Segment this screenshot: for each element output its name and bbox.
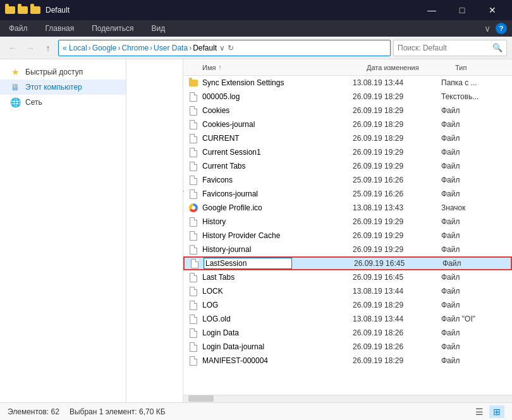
sidebar-item-quick-access[interactable]: ★ Быстрый доступ [0, 64, 126, 80]
view-list-button[interactable]: ⊞ [489, 405, 504, 418]
horizontal-scrollbar[interactable] [183, 395, 512, 402]
menu-share[interactable]: Поделиться [88, 22, 137, 35]
file-date: 26.09.19 18:26 [353, 342, 441, 351]
file-name: History [202, 217, 353, 226]
sidebar-item-this-pc[interactable]: 🖥 Этот компьютер [0, 80, 126, 95]
sidebar-item-network[interactable]: 🌐 Сеть [0, 95, 126, 110]
selected-info: Выбран 1 элемент: 6,70 КБ [70, 407, 166, 416]
search-icon[interactable]: 🔍 [492, 43, 503, 52]
table-row-renaming[interactable]: 26.09.19 16:45 Файл [183, 256, 512, 270]
table-row[interactable]: Favicons-journal 25.09.19 16:26 Файл [183, 187, 512, 201]
up-button[interactable]: ↑ [40, 40, 56, 56]
file-type: Файл [441, 231, 507, 240]
file-type: Файл [441, 134, 507, 143]
table-row[interactable]: Current Tabs 26.09.19 19:29 Файл [183, 159, 512, 173]
col-date-header[interactable]: Дата изменения [367, 64, 455, 71]
file-icon [188, 272, 198, 282]
file-type: Файл [441, 176, 507, 184]
file-name: Last Tabs [202, 273, 353, 282]
file-name: Current Session1 [202, 148, 353, 157]
file-date: 13.08.19 13:44 [353, 287, 441, 296]
file-icon [188, 161, 198, 171]
file-name [204, 258, 354, 269]
file-icon [188, 328, 198, 338]
file-name: Favicons-journal [202, 189, 353, 198]
monitor-icon: 🖥 [10, 82, 20, 92]
back-button[interactable]: ← [5, 40, 20, 56]
table-row[interactable]: Google Profile.ico 13.08.19 13:43 Значок [183, 201, 512, 215]
file-name: LOCK [202, 287, 353, 296]
table-row[interactable]: MANIFEST-000004 26.09.19 18:29 Файл [183, 354, 512, 368]
table-row[interactable]: Login Data 26.09.19 18:26 Файл [183, 326, 512, 340]
col-name-header[interactable]: Имя ↑ [202, 64, 367, 71]
col-type-header[interactable]: Тип [455, 64, 499, 71]
table-row[interactable]: History 26.09.19 19:29 Файл [183, 215, 512, 229]
file-date: 26.09.19 19:29 [353, 231, 441, 240]
left-panel: ★ Быстрый доступ 🖥 Этот компьютер 🌐 Сеть [0, 59, 183, 402]
table-row[interactable]: Sync Extension Settings 13.08.19 13:44 П… [183, 76, 512, 90]
file-icon [188, 92, 198, 102]
menu-view[interactable]: Вид [147, 22, 169, 35]
scroll-thumb[interactable] [188, 395, 214, 402]
path-google: Google [92, 44, 117, 52]
table-row[interactable]: LOG 26.09.19 18:29 Файл [183, 298, 512, 312]
file-name: Cookies [202, 106, 353, 115]
table-row[interactable]: History-journal 26.09.19 19:29 Файл [183, 243, 512, 256]
minimize-button[interactable]: — [417, 0, 446, 20]
close-button[interactable]: ✕ [478, 0, 507, 20]
file-icon [188, 342, 198, 352]
file-icon [188, 231, 198, 241]
file-table: Sync Extension Settings 13.08.19 13:44 П… [183, 76, 512, 395]
path-dropdown-icon[interactable]: ∨ [219, 44, 225, 52]
file-date: 26.09.19 19:29 [353, 245, 441, 254]
table-row[interactable]: History Provider Cache 26.09.19 19:29 Фа… [183, 229, 512, 243]
path-bar[interactable]: « Local › Google › Chrome › User Data › … [58, 40, 391, 56]
table-row[interactable]: LOCK 13.08.19 13:44 Файл [183, 284, 512, 298]
table-row[interactable]: Login Data-journal 26.09.19 18:26 Файл [183, 340, 512, 354]
file-date: 26.09.19 18:29 [353, 134, 441, 143]
table-row[interactable]: Favicons 25.09.19 16:26 Файл [183, 173, 512, 187]
table-row[interactable]: 000005.log 26.09.19 18:29 Текстовь... [183, 90, 512, 104]
file-name: 000005.log [202, 92, 353, 101]
file-name: History-journal [202, 245, 353, 254]
file-date: 25.09.19 16:26 [353, 176, 441, 184]
menu-file[interactable]: Файл [5, 22, 32, 35]
file-date: 13.08.19 13:44 [353, 315, 441, 323]
star-icon: ★ [10, 67, 20, 77]
forward-button[interactable]: → [23, 40, 38, 56]
file-type: Файл [441, 245, 507, 254]
file-type: Файл [441, 356, 507, 365]
view-details-button[interactable]: ☰ [472, 405, 487, 418]
table-row[interactable]: Cookies 26.09.19 18:29 Файл [183, 104, 512, 117]
path-refresh-icon[interactable]: ↻ [228, 44, 234, 52]
menu-home[interactable]: Главная [42, 22, 78, 35]
sidebar-label-quick-access: Быстрый доступ [25, 68, 83, 76]
file-date: 26.09.19 18:29 [353, 356, 441, 365]
search-input[interactable] [398, 44, 492, 52]
table-row[interactable]: LOG.old 13.08.19 13:44 Файл "OI" [183, 312, 512, 326]
file-type: Файл [441, 162, 507, 171]
window-controls: — □ ✕ [417, 0, 507, 20]
search-box[interactable]: 🔍 [393, 40, 507, 56]
file-type: Файл [441, 148, 507, 157]
chrome-icon [188, 203, 198, 213]
file-name: LOG.old [202, 315, 353, 323]
menu-help-icon[interactable]: ? [496, 23, 507, 34]
maximize-button[interactable]: □ [448, 0, 477, 20]
file-type: Файл [441, 120, 507, 129]
menu-bar-right: ∨ ? [484, 23, 507, 34]
file-name: Login Data-journal [202, 342, 353, 351]
table-row[interactable]: Cookies-journal 26.09.19 18:29 Файл [183, 117, 512, 131]
table-row[interactable]: Last Tabs 26.09.19 16:45 Файл [183, 270, 512, 284]
network-icon: 🌐 [10, 97, 20, 107]
menu-collapse-icon[interactable]: ∨ [484, 23, 491, 33]
rename-input[interactable] [204, 258, 292, 269]
sidebar-label-network: Сеть [25, 98, 42, 107]
table-row[interactable]: Current Session1 26.09.19 19:29 Файл [183, 145, 512, 159]
table-row[interactable]: CURRENT 26.09.19 18:29 Файл [183, 131, 512, 145]
file-type: Файл [441, 106, 507, 115]
file-name: Cookies-journal [202, 120, 353, 129]
file-date: 26.09.19 19:29 [353, 148, 441, 157]
status-bar: Элементов: 62 Выбран 1 элемент: 6,70 КБ … [0, 402, 512, 420]
file-date: 26.09.19 18:29 [353, 301, 441, 309]
